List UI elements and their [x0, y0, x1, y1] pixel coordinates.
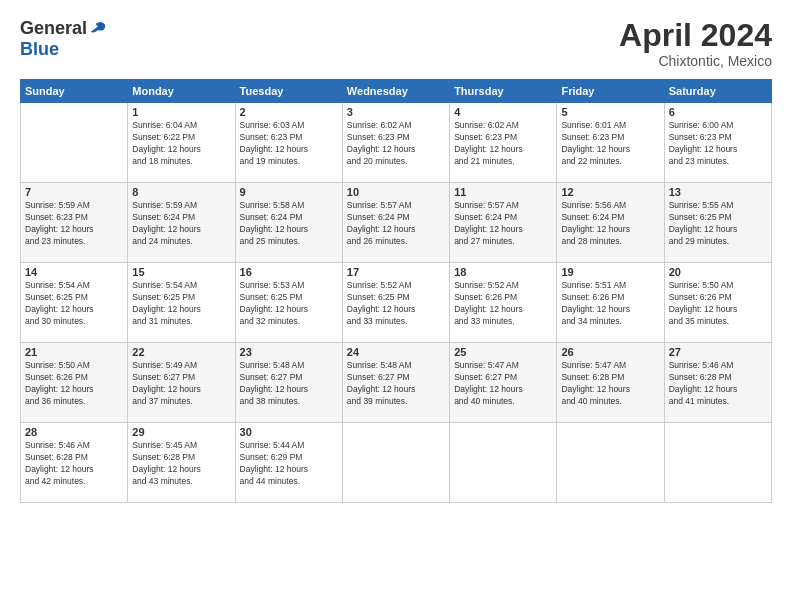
col-friday: Friday	[557, 80, 664, 103]
day-detail: Sunrise: 5:48 AMSunset: 6:27 PMDaylight:…	[240, 360, 338, 408]
detail-line: Sunset: 6:29 PM	[240, 452, 303, 462]
calendar-week-3: 14Sunrise: 5:54 AMSunset: 6:25 PMDayligh…	[21, 263, 772, 343]
detail-line: and 32 minutes.	[240, 316, 300, 326]
detail-line: Sunset: 6:26 PM	[561, 292, 624, 302]
detail-line: Sunrise: 5:51 AM	[561, 280, 626, 290]
detail-line: Daylight: 12 hours	[25, 464, 94, 474]
detail-line: Sunset: 6:27 PM	[132, 372, 195, 382]
detail-line: Sunrise: 5:53 AM	[240, 280, 305, 290]
col-wednesday: Wednesday	[342, 80, 449, 103]
calendar-table: Sunday Monday Tuesday Wednesday Thursday…	[20, 79, 772, 503]
day-detail: Sunrise: 5:56 AMSunset: 6:24 PMDaylight:…	[561, 200, 659, 248]
day-detail: Sunrise: 6:02 AMSunset: 6:23 PMDaylight:…	[347, 120, 445, 168]
detail-line: Daylight: 12 hours	[240, 464, 309, 474]
detail-line: and 43 minutes.	[132, 476, 192, 486]
detail-line: Sunset: 6:23 PM	[669, 132, 732, 142]
day-detail: Sunrise: 5:55 AMSunset: 6:25 PMDaylight:…	[669, 200, 767, 248]
calendar-week-2: 7Sunrise: 5:59 AMSunset: 6:23 PMDaylight…	[21, 183, 772, 263]
detail-line: Sunrise: 5:47 AM	[561, 360, 626, 370]
day-number: 14	[25, 266, 123, 278]
detail-line: Daylight: 12 hours	[240, 304, 309, 314]
detail-line: Sunset: 6:22 PM	[132, 132, 195, 142]
detail-line: Sunset: 6:24 PM	[561, 212, 624, 222]
detail-line: Sunrise: 5:47 AM	[454, 360, 519, 370]
day-number: 7	[25, 186, 123, 198]
detail-line: and 19 minutes.	[240, 156, 300, 166]
day-number: 8	[132, 186, 230, 198]
detail-line: Sunset: 6:25 PM	[132, 292, 195, 302]
detail-line: and 23 minutes.	[669, 156, 729, 166]
detail-line: Daylight: 12 hours	[561, 304, 630, 314]
day-detail: Sunrise: 6:02 AMSunset: 6:23 PMDaylight:…	[454, 120, 552, 168]
table-row: 8Sunrise: 5:59 AMSunset: 6:24 PMDaylight…	[128, 183, 235, 263]
detail-line: Sunrise: 5:48 AM	[347, 360, 412, 370]
calendar-week-5: 28Sunrise: 5:46 AMSunset: 6:28 PMDayligh…	[21, 423, 772, 503]
day-detail: Sunrise: 5:51 AMSunset: 6:26 PMDaylight:…	[561, 280, 659, 328]
detail-line: Sunrise: 6:00 AM	[669, 120, 734, 130]
detail-line: Sunrise: 5:44 AM	[240, 440, 305, 450]
table-row: 11Sunrise: 5:57 AMSunset: 6:24 PMDayligh…	[450, 183, 557, 263]
detail-line: Daylight: 12 hours	[669, 224, 738, 234]
detail-line: and 28 minutes.	[561, 236, 621, 246]
table-row: 29Sunrise: 5:45 AMSunset: 6:28 PMDayligh…	[128, 423, 235, 503]
detail-line: Sunset: 6:23 PM	[347, 132, 410, 142]
detail-line: Sunset: 6:24 PM	[240, 212, 303, 222]
detail-line: Daylight: 12 hours	[25, 224, 94, 234]
title-block: April 2024 Chixtontic, Mexico	[619, 18, 772, 69]
detail-line: Sunset: 6:28 PM	[25, 452, 88, 462]
day-number: 5	[561, 106, 659, 118]
calendar-title: April 2024	[619, 18, 772, 53]
detail-line: and 20 minutes.	[347, 156, 407, 166]
day-number: 28	[25, 426, 123, 438]
day-detail: Sunrise: 5:47 AMSunset: 6:28 PMDaylight:…	[561, 360, 659, 408]
table-row	[664, 423, 771, 503]
detail-line: Sunrise: 6:02 AM	[454, 120, 519, 130]
col-monday: Monday	[128, 80, 235, 103]
detail-line: Sunrise: 5:52 AM	[347, 280, 412, 290]
detail-line: Sunrise: 5:49 AM	[132, 360, 197, 370]
detail-line: Sunset: 6:24 PM	[132, 212, 195, 222]
day-number: 12	[561, 186, 659, 198]
day-number: 29	[132, 426, 230, 438]
detail-line: Daylight: 12 hours	[454, 224, 523, 234]
day-detail: Sunrise: 5:48 AMSunset: 6:27 PMDaylight:…	[347, 360, 445, 408]
day-number: 17	[347, 266, 445, 278]
table-row: 5Sunrise: 6:01 AMSunset: 6:23 PMDaylight…	[557, 103, 664, 183]
table-row: 13Sunrise: 5:55 AMSunset: 6:25 PMDayligh…	[664, 183, 771, 263]
detail-line: Sunrise: 6:01 AM	[561, 120, 626, 130]
day-number: 1	[132, 106, 230, 118]
detail-line: and 38 minutes.	[240, 396, 300, 406]
day-detail: Sunrise: 5:45 AMSunset: 6:28 PMDaylight:…	[132, 440, 230, 488]
detail-line: Daylight: 12 hours	[132, 304, 201, 314]
detail-line: Sunset: 6:25 PM	[240, 292, 303, 302]
detail-line: Daylight: 12 hours	[669, 304, 738, 314]
detail-line: Daylight: 12 hours	[132, 144, 201, 154]
detail-line: and 39 minutes.	[347, 396, 407, 406]
detail-line: Daylight: 12 hours	[561, 144, 630, 154]
detail-line: Sunset: 6:28 PM	[132, 452, 195, 462]
day-number: 9	[240, 186, 338, 198]
table-row: 6Sunrise: 6:00 AMSunset: 6:23 PMDaylight…	[664, 103, 771, 183]
day-detail: Sunrise: 5:59 AMSunset: 6:24 PMDaylight:…	[132, 200, 230, 248]
table-row: 26Sunrise: 5:47 AMSunset: 6:28 PMDayligh…	[557, 343, 664, 423]
detail-line: Sunrise: 5:57 AM	[454, 200, 519, 210]
detail-line: and 26 minutes.	[347, 236, 407, 246]
detail-line: and 30 minutes.	[25, 316, 85, 326]
detail-line: Sunset: 6:24 PM	[454, 212, 517, 222]
detail-line: Daylight: 12 hours	[454, 144, 523, 154]
table-row: 24Sunrise: 5:48 AMSunset: 6:27 PMDayligh…	[342, 343, 449, 423]
logo: General Blue	[20, 18, 107, 60]
logo-bird-icon	[89, 20, 107, 38]
table-row: 30Sunrise: 5:44 AMSunset: 6:29 PMDayligh…	[235, 423, 342, 503]
page: General Blue April 2024 Chixtontic, Mexi…	[0, 0, 792, 612]
detail-line: Sunrise: 5:50 AM	[669, 280, 734, 290]
col-saturday: Saturday	[664, 80, 771, 103]
table-row: 23Sunrise: 5:48 AMSunset: 6:27 PMDayligh…	[235, 343, 342, 423]
detail-line: and 29 minutes.	[669, 236, 729, 246]
detail-line: Sunset: 6:25 PM	[25, 292, 88, 302]
detail-line: Sunset: 6:26 PM	[454, 292, 517, 302]
day-number: 11	[454, 186, 552, 198]
day-detail: Sunrise: 6:04 AMSunset: 6:22 PMDaylight:…	[132, 120, 230, 168]
detail-line: Sunrise: 5:56 AM	[561, 200, 626, 210]
detail-line: Daylight: 12 hours	[347, 304, 416, 314]
